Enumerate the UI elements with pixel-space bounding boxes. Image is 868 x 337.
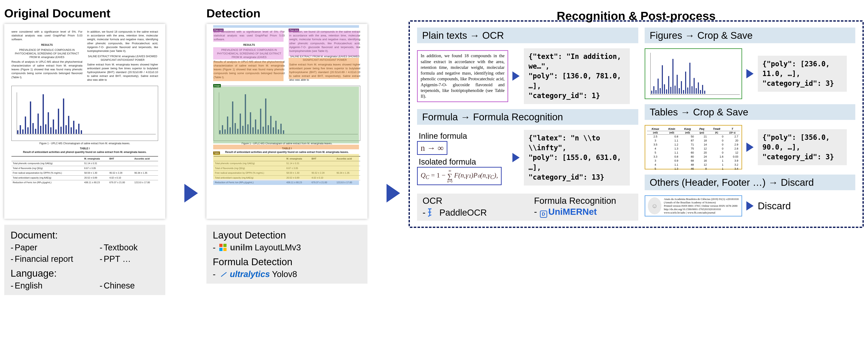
- yolov8-label: Yolov8: [272, 268, 297, 280]
- formula-detection-label: Formula Detection: [213, 255, 361, 268]
- inline-formula-label: Inline formula: [419, 132, 508, 141]
- original-page-thumbnail: were considered with a significance leve…: [4, 24, 165, 219]
- portrait-oval-icon: ☺: [648, 197, 661, 214]
- recognition-box: Recognition & Post-process Plain texts →…: [409, 20, 864, 228]
- header-footer-thumb: ☺ Anais da Academia Brasileira de Ciênci…: [645, 195, 742, 216]
- original-title: Original Document: [4, 6, 176, 20]
- discard-label: Discard: [758, 200, 791, 212]
- page-sub-h1: PREVALENCE OF PHENOLIC COMPOUNDS IN PHYT…: [11, 48, 83, 59]
- figure-crop-thumb: [645, 48, 742, 99]
- page-para-d: Saline extract from M. emarginata leaves…: [87, 63, 158, 82]
- page-table: M. emarginataBHTAscorbic acidTotal pheno…: [11, 156, 158, 185]
- arrow-icon: [513, 153, 520, 162]
- original-meta-box: Document: -Paper -Textbook -Financial re…: [4, 225, 165, 295]
- figure-json: {"poly": [236.0, 11.0, …], "category_id"…: [758, 56, 847, 92]
- det-overlay-image: [213, 87, 359, 143]
- detection-title: Detection: [207, 6, 378, 20]
- arrow-icon: [513, 71, 520, 81]
- doc-type-2: Financial report: [14, 254, 73, 264]
- detection-models-box: Layout Detection - unilm LayoutLMv3 Form…: [207, 225, 368, 283]
- ocr-label: OCR: [423, 196, 521, 206]
- doc-type-1: Textbook: [104, 243, 137, 252]
- formula-json: {"latex": "n \\to \\infty", "poly": [155…: [524, 130, 630, 186]
- plain-texts-heading: Plain texts → OCR: [417, 28, 638, 43]
- arrow-icon: [746, 142, 753, 152]
- arrow-icon: [184, 184, 198, 202]
- recognition-title: Recognition & Post-process: [410, 9, 863, 23]
- others-heading: Others (Header, Footer …) → Discard: [645, 174, 855, 190]
- diagram-root: Original Document were considered with a…: [4, 6, 864, 295]
- recognition-column: Recognition & Post-process Plain texts →…: [409, 19, 864, 228]
- det-overlay-heading: [213, 61, 283, 81]
- layout-detection-label: Layout Detection: [213, 229, 361, 242]
- arrow-icon: [746, 201, 753, 210]
- language-label: Language:: [10, 267, 159, 280]
- arrow-icon: [386, 184, 400, 202]
- formula-heading: Formula → Formula Recognition: [417, 109, 638, 125]
- tables-heading: Tables → Crop & Save: [645, 104, 855, 120]
- det-overlay-footer: [213, 181, 359, 185]
- page-para-b: Results of analysis in UPLC-MS about the…: [11, 60, 83, 79]
- lang-1: Chinese: [104, 281, 135, 290]
- isolated-formula-label: Isolated formula: [419, 157, 508, 167]
- ultralytics-logo-text: ⟋ ultralytics: [219, 268, 270, 280]
- microsoft-logo-icon: [219, 244, 226, 251]
- page-figure-caption: Figure 1 - UPLC-MS Chromatogram of salin…: [11, 142, 158, 145]
- figures-heading: Figures → Crop & Save: [645, 28, 855, 43]
- unimernet-name: UniMERNet: [549, 207, 597, 217]
- page-chromatogram: [11, 86, 158, 141]
- table-crop-thumb: KmaxKminKavgPeqTmeltT(mD)(mD)(mD)(psi)(K…: [645, 125, 742, 169]
- plain-text-snippet: In addition, we found 18 compounds in th…: [417, 50, 508, 102]
- page-results-heading: RESULTS: [11, 43, 83, 47]
- unilm-label: unilm: [230, 242, 253, 253]
- document-label: Document:: [10, 229, 159, 242]
- original-column: Original Document were considered with a…: [4, 6, 176, 295]
- lang-0: English: [14, 281, 42, 290]
- plain-text-json: {"text": "In addition, we…", "poly": [13…: [524, 48, 630, 104]
- arrow-icon: [746, 69, 753, 78]
- paddleocr-logo-text: ⺩: [428, 208, 437, 217]
- table-json: {"poly": [356.0, 90.0, …], "category_id"…: [758, 129, 847, 165]
- det-overlay-table: [213, 154, 359, 179]
- tool-row: OCR - ⺩ PaddleOCR Formula Recognition - …: [417, 194, 638, 221]
- page-para-c: In addition, we found 18 compounds in th…: [87, 30, 158, 53]
- paddleocr-name: PaddleOCR: [439, 208, 487, 217]
- page-table-caption: TABLE I Result of antioxidant activities…: [11, 147, 158, 154]
- det-overlay-paragraph: [213, 31, 283, 42]
- detection-column: Detection were considered with a signifi…: [207, 6, 378, 283]
- formula-recognition-label: Formula Recognition: [534, 196, 633, 206]
- doc-type-3: PPT …: [104, 254, 131, 264]
- doc-type-0: Paper: [14, 243, 37, 252]
- page-sub-h2: SALINE EXTRACT FROM M. emarginata LEAVES…: [87, 55, 158, 62]
- page-para-a: were considered with a significance leve…: [11, 30, 83, 41]
- detection-page-thumbnail: were considered with a significance leve…: [207, 24, 368, 219]
- inline-formula: n → ∞: [417, 141, 447, 155]
- det-overlay-header: [213, 25, 359, 28]
- layoutlmv3-label: LayoutLMv3: [255, 242, 301, 253]
- unimernet-logo-icon: D: [540, 210, 547, 218]
- isolated-formula: QC = 1 − ∞ ∑ n=0 F(n,γ₁)P₀(n,γC),: [417, 167, 502, 185]
